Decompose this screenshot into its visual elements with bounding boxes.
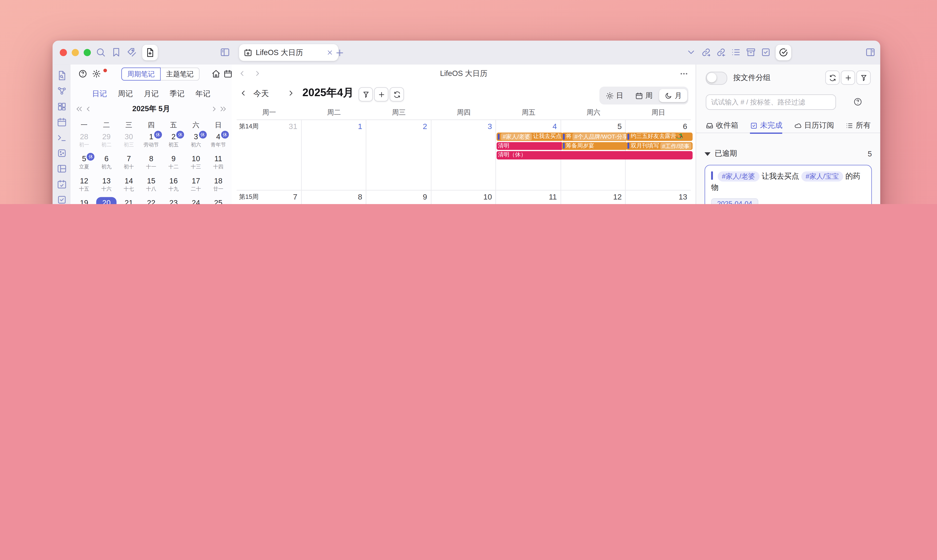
bookmark-button[interactable] bbox=[111, 47, 122, 57]
view-option-月[interactable]: 月 bbox=[659, 89, 687, 102]
close-window-button[interactable] bbox=[60, 49, 67, 56]
calendar-event[interactable]: 清明 bbox=[497, 142, 563, 150]
search-button[interactable] bbox=[96, 47, 106, 57]
refresh-button[interactable] bbox=[825, 71, 840, 85]
prev-month-button[interactable] bbox=[239, 89, 247, 97]
help-icon[interactable] bbox=[79, 69, 87, 78]
mini-day-cell[interactable]: 2初五休 bbox=[162, 131, 185, 153]
mini-day-cell[interactable]: 11十四 bbox=[207, 153, 230, 175]
task-filter-input[interactable] bbox=[706, 94, 836, 110]
chevron-left-icon[interactable] bbox=[84, 105, 92, 113]
calendar-event[interactable]: 双月刊填写#工作/琐事 bbox=[627, 142, 692, 150]
mini-day-cell[interactable]: 18廿一 bbox=[207, 175, 230, 197]
tab-未完成[interactable]: 未完成 bbox=[750, 118, 783, 134]
segment-active[interactable]: 周期笔记 bbox=[121, 68, 161, 80]
mini-day-cell[interactable]: 14十七 bbox=[117, 175, 140, 197]
group-by-file-toggle[interactable] bbox=[706, 72, 727, 85]
note-tab-周记[interactable]: 周记 bbox=[118, 89, 133, 99]
calendar-event[interactable]: 清明（休） bbox=[497, 151, 693, 159]
right-panel-toggle-button[interactable] bbox=[865, 47, 875, 57]
minimize-window-button[interactable] bbox=[72, 49, 79, 56]
tab-日历订阅[interactable]: 日历订阅 bbox=[794, 118, 834, 132]
plus-button[interactable] bbox=[374, 87, 388, 102]
check-circle-button[interactable] bbox=[776, 45, 791, 60]
calendar-icon[interactable] bbox=[223, 69, 233, 78]
mini-day-cell[interactable]: 23廿六 bbox=[162, 197, 185, 204]
rail-dashboard-button[interactable] bbox=[56, 102, 66, 112]
filter-button[interactable] bbox=[359, 87, 373, 102]
mini-day-cell[interactable]: 30初三 bbox=[117, 131, 140, 153]
task-card[interactable]: #家人/老婆让我去买点#家人/宝宝的药物2025-04-04 bbox=[704, 165, 872, 204]
plus-button[interactable] bbox=[841, 71, 855, 85]
list-button[interactable] bbox=[731, 47, 741, 57]
mini-day-cell[interactable]: 25廿八 bbox=[207, 197, 230, 204]
next-month-button[interactable] bbox=[287, 89, 295, 97]
chevron-right-icon[interactable] bbox=[210, 105, 218, 113]
mini-day-cell[interactable]: 29初二 bbox=[96, 131, 118, 153]
view-option-日[interactable]: 日 bbox=[601, 89, 629, 102]
refresh-button[interactable] bbox=[390, 87, 404, 102]
rail-calendar-button[interactable] bbox=[56, 117, 66, 127]
rail-layout-button[interactable] bbox=[56, 164, 66, 174]
note-tab-季记[interactable]: 季记 bbox=[170, 89, 185, 99]
chevrons-right-icon[interactable] bbox=[219, 105, 227, 113]
help-icon[interactable] bbox=[854, 97, 862, 106]
mini-day-cell[interactable]: 21小满 bbox=[117, 197, 140, 204]
tags-button[interactable] bbox=[127, 47, 137, 57]
home-icon[interactable] bbox=[212, 69, 220, 78]
mini-day-cell[interactable]: 22廿五 bbox=[140, 197, 162, 204]
mini-day-cell[interactable]: 8十一 bbox=[140, 153, 162, 175]
mini-day-cell[interactable]: 5立夏休 bbox=[73, 153, 96, 175]
more-options-icon[interactable] bbox=[680, 69, 688, 78]
tab-lifeos-calendar[interactable]: LifeOS 大日历 bbox=[239, 44, 338, 61]
note-tab-年记[interactable]: 年记 bbox=[196, 89, 211, 99]
mini-day-cell[interactable]: 6初九 bbox=[96, 153, 118, 175]
mini-day-cell[interactable]: 16十九 bbox=[162, 175, 185, 197]
rail-graph-button[interactable] bbox=[56, 86, 66, 96]
mini-day-cell[interactable]: 10十三 bbox=[185, 153, 207, 175]
rail-dice-button[interactable] bbox=[56, 148, 66, 158]
link-out-button[interactable] bbox=[701, 47, 711, 57]
view-option-周[interactable]: 周 bbox=[630, 89, 658, 102]
calendar-event[interactable]: #家人/老婆让我去买点 bbox=[497, 132, 563, 140]
mini-day-cell[interactable]: 13十六 bbox=[96, 175, 118, 197]
filter-button[interactable] bbox=[856, 71, 871, 85]
mini-day-cell[interactable]: 15十八 bbox=[140, 175, 162, 197]
close-icon[interactable] bbox=[326, 49, 333, 56]
zoom-window-button[interactable] bbox=[83, 49, 91, 56]
note-tab-日记[interactable]: 日记 bbox=[92, 89, 107, 99]
mini-day-cell[interactable]: 3初六休 bbox=[185, 131, 207, 153]
archive-button[interactable] bbox=[746, 47, 756, 57]
sidebar-toggle-button[interactable] bbox=[220, 47, 230, 57]
mini-day-cell[interactable]: 9十二 bbox=[162, 153, 185, 175]
rail-calendar-check-button[interactable] bbox=[56, 179, 66, 189]
mini-day-cell[interactable]: 4青年节休 bbox=[207, 131, 230, 153]
rail-terminal-button[interactable] bbox=[56, 132, 66, 143]
mini-day-cell[interactable]: 12十五 bbox=[73, 175, 96, 197]
tab-收件箱[interactable]: 收件箱 bbox=[706, 118, 738, 132]
mini-day-cell[interactable]: 17二十 bbox=[185, 175, 207, 197]
segment-inactive[interactable]: 主题笔记 bbox=[161, 68, 199, 80]
mini-day-cell[interactable]: 24廿七 bbox=[185, 197, 207, 204]
file-plus-button[interactable] bbox=[142, 45, 158, 60]
calendar-event[interactable]: 约三五好友去露营🏕️ bbox=[627, 132, 692, 140]
link-in-button[interactable] bbox=[716, 47, 726, 57]
checkbox-button[interactable] bbox=[761, 47, 771, 57]
chevrons-left-icon[interactable] bbox=[76, 105, 83, 113]
overdue-section-header[interactable]: 已逾期 5 bbox=[704, 149, 872, 159]
mini-day-cell[interactable]: 7初十 bbox=[117, 153, 140, 175]
gear-icon[interactable] bbox=[92, 69, 101, 78]
mini-day-cell[interactable]: 1劳动节休 bbox=[140, 131, 162, 153]
mini-day-cell[interactable]: 28初一 bbox=[73, 131, 96, 153]
calendar-event[interactable]: 筹备周岁宴 bbox=[562, 142, 628, 150]
chevron-down-button[interactable] bbox=[686, 47, 696, 57]
calendar-event[interactable]: 将#个人品牌/WOT-分享 bbox=[562, 132, 628, 140]
mini-day-cell[interactable]: 20廿三 bbox=[96, 197, 118, 204]
new-tab-button[interactable] bbox=[334, 48, 345, 58]
today-button[interactable]: 今天 bbox=[253, 88, 269, 99]
rail-checkbox-button[interactable] bbox=[56, 195, 66, 204]
tab-所有[interactable]: 所有 bbox=[846, 118, 871, 132]
mini-day-cell[interactable]: 19廿二 bbox=[73, 197, 96, 204]
note-tab-月记[interactable]: 月记 bbox=[144, 89, 159, 99]
rail-file-search-button[interactable] bbox=[56, 71, 66, 81]
